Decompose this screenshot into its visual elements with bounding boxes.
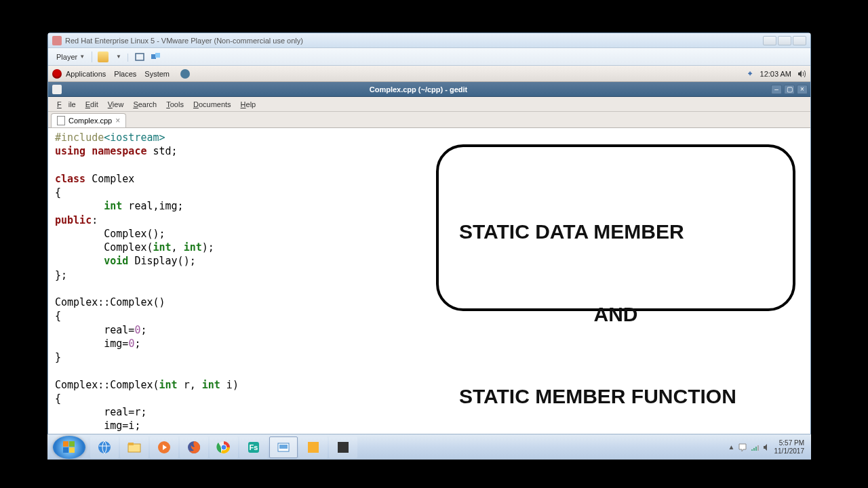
redhat-icon[interactable] [52,69,62,79]
svg-rect-9 [128,443,134,445]
chevron-down-icon: ▼ [79,54,85,60]
svg-rect-0 [136,54,144,60]
file-icon [57,116,65,125]
menu-file[interactable]: File [54,99,79,110]
code-editor[interactable]: #include<iostream> using namespace std; … [48,128,810,443]
svg-rect-18 [279,445,288,449]
annotation-line3: STATIC MEMBER FUNCTION [459,383,772,411]
windows-taskbar: Fs ▲ 5:57 PM 11/1/2017 [47,434,811,460]
svg-rect-19 [308,442,319,453]
menu-help[interactable]: Help [237,99,260,110]
places-menu[interactable]: Places [114,70,136,78]
taskbar-app1[interactable] [299,436,328,458]
vmware-window: Red Hat Enterprise Linux 5 - VMware Play… [47,33,811,460]
unity-icon[interactable] [151,52,161,62]
clock[interactable]: 12:03 AM [760,70,791,78]
svg-point-7 [98,441,111,453]
svg-point-14 [221,445,226,450]
system-tray: ▲ 5:57 PM 11/1/2017 [728,439,810,455]
minimize-button[interactable]: – [771,85,782,94]
volume-icon[interactable] [762,443,772,452]
folder-icon[interactable] [98,52,108,62]
svg-rect-24 [757,445,759,451]
svg-rect-20 [338,442,349,453]
maximize-button[interactable] [778,36,791,45]
fullscreen-icon[interactable] [134,52,145,62]
taskbar-ie[interactable] [90,436,119,458]
menu-documents[interactable]: Documents [190,99,235,110]
menu-edit[interactable]: Edit [82,99,102,110]
menu-tools[interactable]: Tools [163,99,187,110]
gedit-menubar: File Edit View Search Tools Documents He… [48,97,810,112]
taskbar-chrome[interactable] [210,436,238,458]
svg-rect-6 [69,447,75,453]
vmware-toolbar: Player ▼ ▼ | [48,48,810,66]
gnome-top-panel: Applications Places System ⌖ 12:03 AM [48,66,810,82]
taskbar-fs[interactable]: Fs [239,436,268,458]
taskbar-clock[interactable]: 5:57 PM 11/1/2017 [774,439,805,455]
tab-label: Complex.cpp [68,117,112,125]
svg-rect-21 [751,449,753,451]
applications-menu[interactable]: Applications [66,70,106,78]
tray-chevron-icon[interactable]: ▲ [728,443,735,451]
bluetooth-icon[interactable]: ⌖ [748,69,755,79]
action-center-icon[interactable] [738,443,747,452]
annotation-line1: STATIC DATA MEMBER [459,218,772,246]
gedit-titlebar[interactable]: Complex.cpp (~/cpp) - gedit – ▢ × [48,82,810,97]
taskbar-explorer[interactable] [120,436,149,458]
start-button[interactable] [53,436,85,459]
svg-rect-3 [63,441,68,447]
maximize-button[interactable]: ▢ [784,85,795,94]
menu-view[interactable]: View [104,99,127,110]
guest-desktop: Applications Places System ⌖ 12:03 AM Co… [48,66,810,459]
system-menu[interactable]: System [144,70,170,78]
taskbar-wmp[interactable] [150,436,178,458]
svg-rect-23 [755,447,757,451]
close-button[interactable] [793,36,806,45]
svg-rect-1 [151,54,156,59]
document-icon [52,85,62,94]
window-title: Complex.cpp (~/cpp) - gedit [66,85,771,94]
annotation-line2: AND [459,301,772,329]
vmware-icon [52,36,62,45]
close-button[interactable]: × [797,85,808,94]
vmware-window-controls [763,36,806,45]
chevron-down-icon: ▼ [116,54,121,60]
svg-text:Fs: Fs [250,443,258,451]
taskbar-app2[interactable] [329,436,357,458]
taskbar-vmware[interactable] [269,436,298,458]
tab-complex-cpp[interactable]: Complex.cpp × [51,113,126,127]
vmware-titlebar[interactable]: Red Hat Enterprise Linux 5 - VMware Play… [48,33,810,48]
taskbar-firefox[interactable] [180,436,208,458]
svg-rect-22 [753,448,755,451]
vmware-title: Red Hat Enterprise Linux 5 - VMware Play… [65,37,303,45]
minimize-button[interactable] [763,36,776,45]
svg-rect-4 [69,441,75,447]
gedit-tabbar: Complex.cpp × [48,112,810,128]
network-icon[interactable] [750,443,760,452]
volume-icon[interactable] [797,69,806,79]
gedit-window: Complex.cpp (~/cpp) - gedit – ▢ × File E… [48,82,810,443]
menu-search[interactable]: Search [130,99,160,110]
svg-rect-5 [63,447,68,453]
annotation-callout: STATIC DATA MEMBER AND STATIC MEMBER FUN… [436,144,795,311]
svg-rect-2 [155,53,160,58]
close-tab-icon[interactable]: × [115,116,120,125]
browser-launcher-icon[interactable] [180,69,190,79]
player-menu[interactable]: Player ▼ [52,52,92,62]
